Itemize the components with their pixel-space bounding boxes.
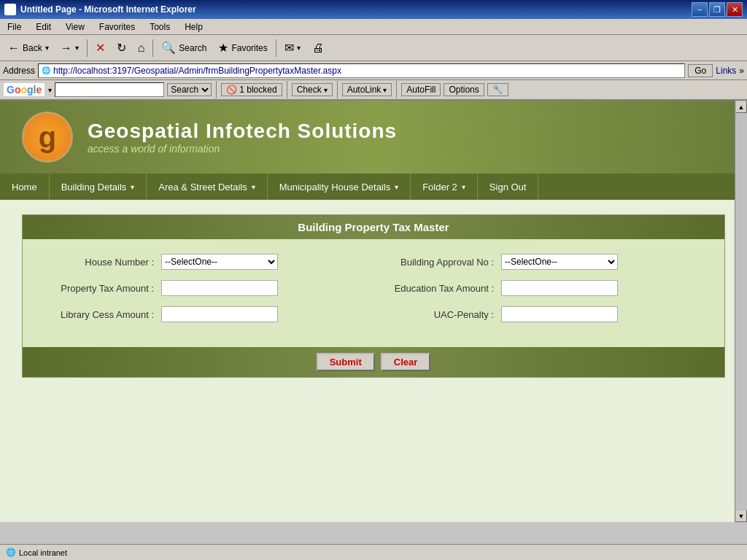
nav-item-home[interactable]: Home [0,174,50,200]
zone-label: Local intranet [19,548,67,557]
address-label: Address [3,66,35,76]
library-cess-field: Library Cess Amount : [44,306,363,322]
google-search-input[interactable] [55,82,164,97]
nav-item-building-details[interactable]: Building Details ▾ [50,174,147,200]
form-footer: Submit Clear [23,347,724,377]
address-text[interactable]: http://localhost:3197/Geospatial/Admin/f… [53,66,681,76]
form-body: House Number : --SelectOne-- Building Ap… [23,239,724,347]
stop-button[interactable]: ✕ [90,38,110,58]
status-bar: 🌐 Local intranet [0,544,747,560]
back-icon: ← [8,42,20,55]
search-label: Search [179,43,206,53]
toolbar-sep-3 [276,39,276,57]
restore-button[interactable]: ❐ [709,2,725,17]
building-details-dd-icon: ▾ [131,183,134,191]
house-number-label: House Number : [44,257,154,268]
menu-favorites[interactable]: Favorites [95,20,139,34]
nav-item-area-street[interactable]: Area & Street Details ▾ [147,174,267,200]
menu-edit[interactable]: Edit [31,20,55,34]
google-search-select[interactable]: Search [167,83,212,96]
clear-button[interactable]: Clear [381,353,431,371]
search-button[interactable]: 🔍 Search [156,38,212,58]
menu-view[interactable]: View [61,20,89,34]
autofill-button[interactable]: AutoFill [401,83,441,96]
form-box: Building Property Tax Master House Numbe… [22,214,725,378]
options-label: Options [449,85,479,95]
google-logo[interactable]: Google [3,82,45,97]
minimize-button[interactable]: − [692,2,708,17]
blocked-button[interactable]: 🚫 1 blocked [221,83,282,96]
menu-file[interactable]: File [3,20,26,34]
submit-button[interactable]: Submit [317,353,375,371]
scroll-down-button[interactable]: ▼ [735,510,747,522]
blocked-icon: 🚫 [226,85,237,95]
page-icon: 🌐 [42,66,50,74]
address-input-wrap: 🌐 http://localhost:3197/Geospatial/Admin… [38,63,685,78]
window-title: Untitled Page - Microsoft Internet Explo… [20,4,196,15]
refresh-button[interactable]: ↻ [112,38,131,58]
folder2-dd-icon: ▾ [462,183,465,191]
home-icon: ⌂ [138,42,145,55]
education-tax-label: Education Tax Amount : [384,283,494,294]
options-button[interactable]: Options [444,83,484,96]
property-tax-input[interactable] [161,280,278,296]
form-row-2: Property Tax Amount : Education Tax Amou… [44,280,703,296]
autolink-button[interactable]: AutoLink ▾ [342,83,392,96]
scrollbar[interactable]: ▲ ▼ [735,101,747,522]
area-street-dd-icon: ▾ [252,183,255,191]
google-dd-icon: ▾ [48,86,52,94]
uac-penalty-field: UAC-Penalty : [384,306,703,322]
browser-content: g Geospatial Infotech Solutions access a… [0,101,747,522]
site-logo: g [22,112,73,163]
menu-tools[interactable]: Tools [145,20,174,34]
wrench-button[interactable]: 🔧 [487,83,508,96]
links-label[interactable]: Links [716,66,736,76]
logo-letter: g [39,121,56,154]
close-button[interactable]: ✕ [727,2,743,17]
google-sep-2 [287,81,287,98]
google-sep-1 [216,81,217,98]
building-approval-select[interactable]: --SelectOne-- [501,254,618,270]
forward-dd-icon: ▾ [75,44,79,52]
back-label: Back [23,43,42,53]
menu-bar: File Edit View Favorites Tools Help [0,19,747,35]
google-sep-4 [396,81,397,98]
mail-dd-icon: ▾ [297,44,301,52]
library-cess-input[interactable] [161,306,278,322]
scroll-up-button[interactable]: ▲ [735,101,747,113]
form-row-3: Library Cess Amount : UAC-Penalty : [44,306,703,322]
uac-penalty-input[interactable] [501,306,618,322]
nav-item-folder2[interactable]: Folder 2 ▾ [411,174,478,200]
house-number-select[interactable]: --SelectOne-- [161,254,278,270]
go-button[interactable]: Go [688,64,713,77]
nav-item-municipality[interactable]: Municipality House Details ▾ [268,174,411,200]
nav-item-signout[interactable]: Sign Out [478,174,539,200]
mail-button[interactable]: ✉ ▾ [279,38,306,58]
education-tax-input[interactable] [501,280,618,296]
property-tax-field: Property Tax Amount : [44,280,363,296]
favorites-button[interactable]: ★ Favorites [213,38,272,58]
search-icon: 🔍 [161,41,176,55]
status-zone: 🌐 Local intranet [6,548,67,557]
title-bar: Untitled Page - Microsoft Internet Explo… [0,0,747,19]
check-button[interactable]: Check ▾ [292,83,333,96]
site-subtitle: access a world of information [88,143,397,155]
autolink-dd-icon: ▾ [383,86,387,94]
building-approval-field: Building Approval No : --SelectOne-- [384,254,703,270]
ie-icon [4,4,16,15]
print-button[interactable]: 🖨 [307,39,329,58]
home-button[interactable]: ⌂ [133,39,150,58]
back-button[interactable]: ← Back ▾ [3,39,54,58]
menu-help[interactable]: Help [180,20,207,34]
stop-icon: ✕ [96,41,105,55]
links-expand-icon[interactable]: » [739,66,744,76]
autofill-label: AutoFill [406,85,436,95]
content-area: Building Property Tax Master House Numbe… [0,200,747,392]
back-dd-icon: ▾ [45,44,49,52]
address-bar: Address 🌐 http://localhost:3197/Geospati… [0,61,747,80]
scroll-track[interactable] [735,113,747,510]
building-approval-label: Building Approval No : [384,257,494,268]
google-toolbar: Google ▾ Search 🚫 1 blocked Check ▾ Auto… [0,80,747,101]
refresh-icon: ↻ [117,41,126,55]
forward-button[interactable]: → ▾ [55,39,84,58]
